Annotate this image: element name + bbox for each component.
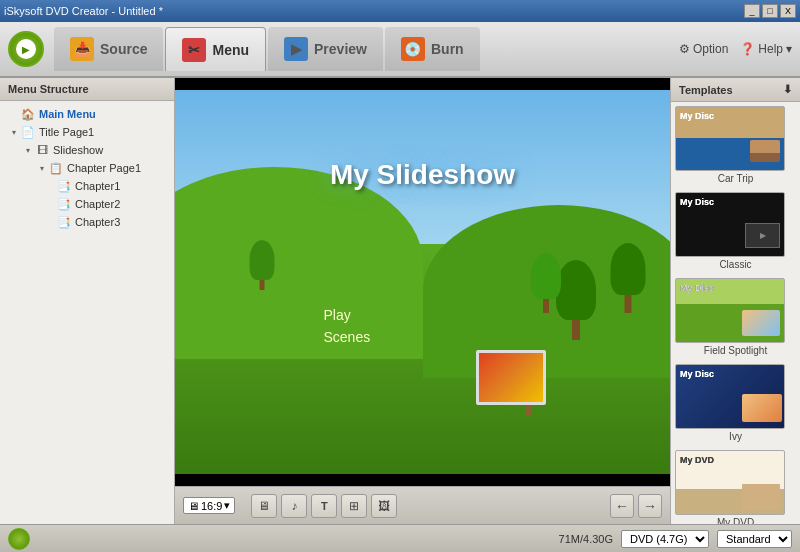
tree-label-main-menu: Main Menu (39, 108, 96, 120)
status-right: 71M/4.30G DVD (4.7G) Standard (559, 530, 792, 548)
template-ivy[interactable]: My Disc Ivy (675, 364, 796, 442)
tree4 (610, 243, 645, 313)
screen-icon: 🖥 (188, 500, 199, 512)
prev-button[interactable]: ← (610, 494, 634, 518)
template-classic[interactable]: My Disc ▶ Classic (675, 192, 796, 270)
tree-arrow: ▾ (22, 144, 34, 156)
tree-arrow (8, 108, 20, 120)
main-area: Menu Structure 🏠 Main Menu ▾ 📄 Title Pag… (0, 78, 800, 524)
tree-item-chapter-page1[interactable]: ▾ 📋 Chapter Page1 (4, 159, 170, 177)
template-thumb-car-trip: My Disc (675, 106, 785, 171)
tree-label-chapter3: Chapter3 (75, 216, 120, 228)
tree-arrow: ▾ (8, 126, 20, 138)
dvd-menu-play[interactable]: Play (324, 307, 371, 323)
dvd-menu-scenes[interactable]: Scenes (324, 329, 371, 345)
help-dropdown-icon: ▾ (786, 42, 792, 56)
template-thumb-ivy: My Disc (675, 364, 785, 429)
template-car-trip[interactable]: My Disc Car Trip (675, 106, 796, 184)
templates-header: Templates ⬇ (671, 78, 800, 102)
window-controls: _ □ X (744, 4, 796, 18)
templates-label: Templates (679, 84, 733, 96)
chapter1-icon: 📑 (56, 179, 72, 193)
template-thumb-field: My Disc (675, 278, 785, 343)
page-icon: 📄 (20, 125, 36, 139)
tree-item-slideshow[interactable]: ▾ 🎞 Slideshow (4, 141, 170, 159)
app-logo: ▶ (8, 31, 44, 67)
source-icon: 📥 (70, 37, 94, 61)
minimize-button[interactable]: _ (744, 4, 760, 18)
aspect-dropdown-icon: ▾ (224, 499, 230, 512)
tree-item-main-menu[interactable]: 🏠 Main Menu (4, 105, 170, 123)
template-thumb-dvd: My DVD (675, 450, 785, 515)
help-button[interactable]: ❓ Help ▾ (740, 42, 792, 56)
menu-icon: ✂ (182, 38, 206, 62)
home-icon: 🏠 (20, 107, 36, 121)
status-bar: 71M/4.30G DVD (4.7G) Standard (0, 524, 800, 552)
disc-type-select[interactable]: DVD (4.7G) (621, 530, 709, 548)
preview-canvas: My Slideshow Play Scenes (175, 90, 670, 474)
help-label: Help (758, 42, 783, 56)
template-my-dvd[interactable]: My DVD My DVD (675, 450, 796, 524)
right-panel: Templates ⬇ My Disc Car Trip My Disc ▶ (670, 78, 800, 524)
chapter-page-icon: 📋 (48, 161, 64, 175)
controls-bar: 🖥 16:9 ▾ 🖥 ♪ T ⊞ 🖼 ← → (175, 486, 670, 524)
image-button[interactable]: 🖼 (371, 494, 397, 518)
burn-icon: 💿 (401, 37, 425, 61)
preview-icon: ▶ (284, 37, 308, 61)
tab-source[interactable]: 📥 Source (54, 27, 163, 71)
dvd-scene: My Slideshow Play Scenes (175, 90, 670, 474)
close-button[interactable]: X (780, 4, 796, 18)
window-title: iSkysoft DVD Creator - Untitled * (4, 5, 163, 17)
dvd-menu-title: My Slideshow (330, 159, 515, 191)
tree-arrow: ▾ (36, 162, 48, 174)
tab-burn-label: Burn (431, 41, 464, 57)
grid-button[interactable]: ⊞ (341, 494, 367, 518)
maximize-button[interactable]: □ (762, 4, 778, 18)
tab-preview[interactable]: ▶ Preview (268, 27, 383, 71)
tree-label-title-page1: Title Page1 (39, 126, 94, 138)
text-button[interactable]: T (311, 494, 337, 518)
tree-item-title-page1[interactable]: ▾ 📄 Title Page1 (4, 123, 170, 141)
tab-preview-label: Preview (314, 41, 367, 57)
tree-item-chapter3[interactable]: 📑 Chapter3 (4, 213, 170, 231)
toolbar-right: ⚙ Option ❓ Help ▾ (679, 42, 792, 56)
dvd-menu-items: Play Scenes (324, 307, 371, 351)
template-label-dvd: My DVD (675, 517, 796, 524)
tree2 (531, 253, 561, 313)
tree-item-chapter1[interactable]: 📑 Chapter1 (4, 177, 170, 195)
screen-button[interactable]: 🖥 (251, 494, 277, 518)
templates-list[interactable]: My Disc Car Trip My Disc ▶ Classic (671, 102, 800, 524)
aspect-ratio-select[interactable]: 🖥 16:9 ▾ (183, 497, 235, 514)
chapter3-icon: 📑 (56, 215, 72, 229)
gear-icon: ⚙ (679, 42, 690, 56)
option-label: Option (693, 42, 728, 56)
next-button[interactable]: → (638, 494, 662, 518)
tree-label-slideshow: Slideshow (53, 144, 103, 156)
toolbar: ▶ 📥 Source ✂ Menu ▶ Preview 💿 Burn ⚙ Opt… (0, 22, 800, 78)
tab-menu-label: Menu (212, 42, 249, 58)
tab-burn[interactable]: 💿 Burn (385, 27, 480, 71)
logo-icon: ▶ (16, 39, 36, 59)
tree-item-chapter2[interactable]: 📑 Chapter2 (4, 195, 170, 213)
help-icon: ❓ (740, 42, 755, 56)
option-button[interactable]: ⚙ Option (679, 42, 728, 56)
chapter2-icon: 📑 (56, 197, 72, 211)
music-button[interactable]: ♪ (281, 494, 307, 518)
tree-area[interactable]: 🏠 Main Menu ▾ 📄 Title Page1 ▾ 🎞 Slidesho… (0, 101, 174, 524)
quality-select[interactable]: Standard (717, 530, 792, 548)
black-bar-top (175, 78, 670, 90)
download-icon[interactable]: ⬇ (783, 83, 792, 96)
tree3 (249, 240, 274, 290)
menu-structure-header: Menu Structure (0, 78, 174, 101)
template-label-ivy: Ivy (675, 431, 796, 442)
dvd-thumbnail (476, 350, 546, 405)
template-label-car-trip: Car Trip (675, 173, 796, 184)
template-field-spotlight[interactable]: My Disc Field Spotlight (675, 278, 796, 356)
tab-source-label: Source (100, 41, 147, 57)
tree-label-chapter1: Chapter1 (75, 180, 120, 192)
center-area: My Slideshow Play Scenes 🖥 16:9 ▾ 🖥 ♪ (175, 78, 670, 524)
status-logo (8, 528, 30, 550)
black-bar-bottom (175, 474, 670, 486)
file-size: 71M/4.30G (559, 533, 613, 545)
tab-menu[interactable]: ✂ Menu (165, 27, 266, 71)
